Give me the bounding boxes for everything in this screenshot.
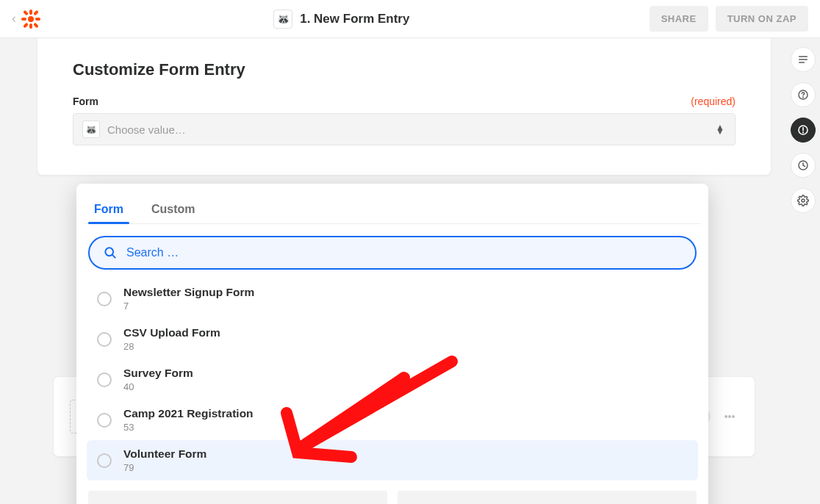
svg-rect-3 — [21, 18, 26, 21]
load-more-button[interactable]: LOAD MORE — [88, 491, 387, 504]
option-title: Volunteer Form — [123, 447, 206, 461]
svg-point-20 — [802, 199, 805, 202]
tab-custom[interactable]: Custom — [148, 195, 198, 223]
top-bar: ‹ 🦝 1. New Form Entry SHARE TURN ON ZAP — [0, 0, 820, 38]
workspace: Customize Form Entry Form (required) 🦝 C… — [0, 38, 820, 504]
outline-icon[interactable] — [791, 47, 816, 72]
form-field-label: Form — [73, 96, 98, 107]
updown-icon: ▲▼ — [716, 125, 724, 134]
svg-rect-2 — [29, 24, 32, 29]
list-item[interactable]: Survey Form 40 — [87, 359, 698, 400]
option-sub: 28 — [123, 341, 220, 352]
option-sub: 79 — [123, 462, 206, 473]
svg-point-18 — [803, 132, 804, 133]
gear-icon[interactable] — [791, 188, 816, 213]
dropdown-footer: LOAD MORE CLEAR — [88, 491, 697, 504]
clear-button[interactable]: CLEAR — [398, 491, 697, 504]
required-indicator: (required) — [691, 96, 736, 107]
field-label-row: Form (required) — [73, 96, 736, 107]
back-caret-icon[interactable]: ‹ — [12, 11, 16, 26]
history-icon[interactable] — [791, 153, 816, 178]
svg-line-10 — [112, 255, 115, 258]
form-dropdown-popover: Form Custom Newsletter Signup Form 7 CSV… — [76, 184, 708, 504]
option-sub: 53 — [123, 422, 253, 433]
trigger-app-icon: 🦝 — [273, 10, 292, 29]
turn-on-zap-button[interactable]: TURN ON ZAP — [716, 6, 808, 32]
radio-icon — [97, 413, 112, 428]
customize-step-card: Customize Form Entry Form (required) 🦝 C… — [37, 38, 772, 176]
list-item[interactable]: CSV Upload Form 28 — [87, 319, 698, 359]
search-input[interactable] — [126, 246, 682, 259]
list-item[interactable]: Camp 2021 Registration 53 — [87, 400, 698, 440]
svg-rect-5 — [23, 10, 29, 15]
form-select[interactable]: 🦝 Choose value… ▲▼ — [73, 113, 736, 145]
alert-icon[interactable] — [791, 118, 816, 143]
option-title: Newsletter Signup Form — [123, 286, 254, 299]
list-item[interactable]: Newsletter Signup Form 7 — [87, 278, 698, 319]
radio-icon — [97, 372, 112, 387]
tab-form[interactable]: Form — [91, 195, 126, 223]
list-item[interactable]: Volunteer Form 79 — [87, 440, 698, 480]
share-button[interactable]: SHARE — [650, 6, 708, 32]
option-title: Camp 2021 Registration — [123, 407, 253, 420]
step-title: 1. New Form Entry — [300, 12, 409, 26]
svg-point-15 — [803, 97, 804, 98]
form-options-list: Newsletter Signup Form 7 CSV Upload Form… — [84, 278, 701, 480]
zapier-logo-icon[interactable] — [21, 9, 41, 29]
svg-rect-6 — [33, 22, 39, 28]
svg-point-0 — [28, 16, 34, 22]
svg-rect-7 — [33, 10, 39, 15]
option-title: Survey Form — [123, 367, 193, 380]
dropdown-tabs: Form Custom — [84, 190, 701, 224]
svg-rect-8 — [23, 22, 29, 28]
topbar-center: 🦝 1. New Form Entry — [41, 10, 642, 29]
option-title: CSV Upload Form — [123, 326, 220, 339]
right-rail — [786, 43, 820, 213]
section-title: Customize Form Entry — [73, 60, 736, 79]
more-menu-icon[interactable]: ••• — [721, 408, 738, 425]
svg-rect-4 — [35, 18, 40, 21]
trigger-app-mini-icon: 🦝 — [82, 120, 100, 138]
radio-icon — [97, 292, 112, 306]
svg-rect-1 — [29, 10, 32, 15]
form-select-placeholder: Choose value… — [107, 123, 186, 136]
radio-icon — [97, 332, 112, 347]
search-icon — [103, 245, 118, 260]
option-sub: 40 — [123, 381, 193, 392]
radio-icon — [97, 453, 112, 468]
help-circle-icon[interactable] — [791, 82, 816, 107]
option-sub: 7 — [123, 300, 254, 312]
search-field[interactable] — [88, 236, 697, 270]
